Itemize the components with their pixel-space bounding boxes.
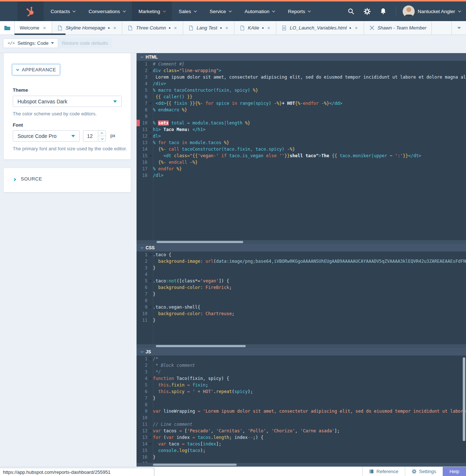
fold-arrow-icon[interactable] — [149, 358, 152, 360]
fold-column — [147, 100, 153, 107]
code-text: .taco:not([class*='vegan']) { — [153, 278, 466, 284]
appearance-section-toggle[interactable]: APPEARANCE — [12, 64, 60, 75]
fold-arrow-icon[interactable] — [149, 70, 152, 72]
nav-item-reports[interactable]: Reports — [281, 1, 317, 21]
tab-overflow-button[interactable] — [451, 21, 466, 35]
search-button[interactable] — [345, 5, 357, 17]
settings-button[interactable] — [361, 5, 373, 17]
code-text: * Block comment — [153, 362, 466, 369]
code-line: 4/div> — [137, 80, 466, 87]
reference-button[interactable]: Reference — [362, 467, 405, 476]
tab-katie[interactable]: KAtie× — [234, 21, 276, 35]
fold-arrow-icon[interactable] — [149, 437, 152, 439]
nav-item-automation[interactable]: Automation — [238, 1, 281, 21]
editor-header-html[interactable]: HTML — [137, 53, 466, 61]
fold-arrow-icon[interactable] — [149, 129, 152, 131]
theme-select[interactable]: Hubspot Canvas Dark — [13, 96, 122, 107]
source-section-toggle[interactable]: SOURCE — [14, 176, 42, 182]
line-number: 4 — [137, 375, 147, 382]
editor-header-js[interactable]: JS — [137, 348, 466, 356]
code-line: 13% for taco in module.tacos %} — [137, 139, 466, 146]
fold-column — [147, 460, 153, 463]
font-select[interactable]: Source Code Pro — [13, 130, 80, 142]
stepper-up-button[interactable] — [98, 131, 106, 136]
editor-toolbar: </> Settings: Code Restore code defaults — [0, 35, 466, 53]
code-text: /* — [153, 356, 466, 362]
fold-arrow-icon[interactable] — [149, 378, 152, 380]
tab-lo-launch-variables-html[interactable]: LO_Launch_Variables.html× — [276, 21, 364, 35]
code-line: 6 this.spicy = ' + HOT'.repeat(spicy); — [137, 388, 466, 395]
line-number: 1 — [137, 356, 147, 362]
tab-skyline-homepage[interactable]: Skyline Homepage× — [52, 21, 122, 35]
code-text: for (var index = tacos.length; index--;)… — [153, 434, 466, 441]
code-text — [153, 271, 466, 278]
fold-column — [147, 133, 153, 139]
fold-column — [147, 107, 153, 113]
line-number: 7 — [137, 291, 147, 297]
vertical-scrollbar[interactable] — [463, 357, 465, 441]
code-text: div class="line-wrapping"> — [153, 67, 466, 74]
code-text: % endfor %} — [153, 166, 466, 172]
nav-item-marketing[interactable]: Marketing — [132, 1, 172, 21]
fold-arrow-icon[interactable] — [149, 430, 152, 432]
tab-close-icon[interactable]: × — [42, 25, 47, 31]
help-label: Help — [450, 469, 459, 474]
fold-column — [147, 271, 153, 278]
code-text: } — [153, 317, 466, 324]
editor-header-css[interactable]: CSS — [137, 244, 466, 251]
nav-item-conversations[interactable]: Conversations — [82, 1, 131, 21]
editor-settings-button[interactable]: Settings — [405, 467, 443, 476]
horizontal-scrollbar[interactable] — [156, 345, 246, 347]
fold-arrow-icon[interactable] — [149, 443, 152, 445]
code-text: % for taco in module.tacos %} — [153, 139, 466, 146]
tab-three-column[interactable]: Three Column× — [122, 21, 183, 35]
code-text: {%- call tacoConstructor(taco.fixin, tac… — [153, 146, 466, 152]
code-text: <dt class="{{'vegan-' if taco.is_vegan e… — [153, 152, 466, 159]
hubspot-logo[interactable] — [17, 1, 44, 21]
tab-close-icon[interactable]: × — [225, 25, 229, 31]
code-text — [153, 297, 466, 304]
tab-welcome[interactable]: Welcome× — [15, 21, 52, 35]
notifications-button[interactable] — [377, 5, 389, 17]
code-area-html[interactable]: 1# Comment #}2div class="line-wrapping">… — [137, 61, 466, 240]
code-text: % macro tacoConstructor(fixin, spicy) %} — [153, 87, 466, 94]
horizontal-scrollbar[interactable] — [157, 241, 243, 243]
code-area-js[interactable]: 1/*2 * Block comment3 */4function Taco(f… — [137, 356, 466, 463]
code-area-css[interactable]: 1.taco {2 background-image: url(data:ima… — [137, 251, 466, 344]
line-number: 14 — [137, 441, 147, 447]
tab-lang-test[interactable]: Lang Test× — [183, 21, 234, 35]
fold-arrow-icon[interactable] — [149, 306, 152, 308]
stepper-down-button[interactable] — [98, 136, 106, 141]
font-size-input[interactable]: 12 — [83, 130, 106, 142]
code-text: {{ caller() }} — [153, 94, 466, 100]
browser-status-url: https://app.hubspot.com/reports-dashboar… — [0, 468, 154, 476]
line-number: 9 — [137, 408, 147, 414]
tab-close-icon[interactable]: × — [266, 25, 271, 31]
code-line: 3} — [137, 265, 466, 271]
horizontal-scrollbar[interactable] — [153, 464, 237, 466]
restore-defaults-button[interactable]: Restore code defaults — [58, 38, 112, 48]
fold-arrow-icon[interactable] — [149, 103, 152, 104]
settings-code-button[interactable]: </> Settings: Code — [3, 38, 59, 48]
code-text: background-image: url(data:image/png;bas… — [153, 258, 466, 265]
horizontal-scrollbar-track — [137, 240, 466, 244]
tab-close-icon[interactable]: × — [112, 25, 117, 31]
nav-item-sales[interactable]: Sales — [172, 1, 203, 21]
code-line: 6 background-color: FireBrick; — [137, 284, 466, 291]
nav-item-service[interactable]: Service — [203, 1, 238, 21]
nav-item-contacts[interactable]: Contacts — [44, 1, 82, 21]
fold-arrow-icon[interactable] — [149, 254, 152, 256]
fold-column — [147, 120, 153, 126]
fold-column — [147, 87, 153, 94]
tab-shawn-team-member[interactable]: Shawn - Team Member — [364, 21, 432, 35]
file-navigator-toggle[interactable] — [0, 21, 15, 35]
fold-arrow-icon[interactable] — [149, 155, 152, 157]
fold-arrow-icon[interactable] — [149, 135, 152, 137]
help-button[interactable]: Help — [443, 467, 466, 476]
fold-arrow-icon[interactable] — [149, 280, 152, 282]
tab-close-icon[interactable]: × — [354, 25, 358, 31]
line-number: 8 — [137, 107, 147, 113]
chevron-down-icon — [16, 68, 19, 71]
account-menu[interactable]: Nantucket Angler — [403, 5, 460, 17]
tab-close-icon[interactable]: × — [173, 25, 178, 31]
